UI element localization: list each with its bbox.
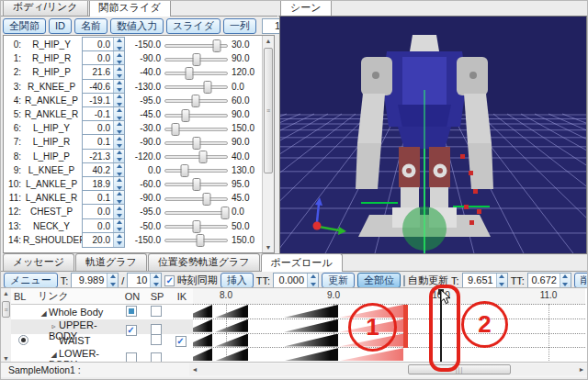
joint-slider[interactable] <box>163 150 230 162</box>
joint-value[interactable]: 21.6 <box>83 65 113 79</box>
slider-track[interactable] <box>164 183 228 186</box>
ik-checkbox[interactable] <box>175 336 187 347</box>
joint-value[interactable]: -40.6 <box>83 80 113 94</box>
spinner-arrows-icon[interactable] <box>560 274 571 287</box>
slider-handle[interactable] <box>192 220 200 233</box>
joint-value[interactable]: 0.0 <box>83 51 113 65</box>
joint-value[interactable]: 18.9 <box>83 177 113 191</box>
spinner-arrows-icon[interactable] <box>107 274 118 287</box>
sp-checkbox[interactable] <box>151 306 162 317</box>
tree-row-waist[interactable]: WAIST <box>11 334 193 349</box>
pose-panel-tab-1[interactable]: 軌道グラフ <box>75 253 147 271</box>
scene-panel-tab-0[interactable]: シーン <box>280 0 332 17</box>
joint-slider[interactable] <box>163 206 230 218</box>
joint-slider[interactable] <box>163 66 230 79</box>
joint-value[interactable]: -19.1 <box>83 94 113 107</box>
slider-handle[interactable] <box>172 123 180 136</box>
joint-toolbar-button-0[interactable]: 全関節 <box>3 18 46 34</box>
scrollbar-thumb[interactable]: ≡ <box>264 48 273 173</box>
keyframe-transition-dark[interactable] <box>193 319 212 332</box>
joint-value[interactable]: 0.1 <box>83 135 113 149</box>
slider-handle[interactable] <box>220 207 229 219</box>
time-stepper[interactable]: 9.989 <box>71 273 119 288</box>
joint-slider[interactable] <box>163 52 230 65</box>
scroll-down-icon[interactable]: ▼ <box>263 242 274 252</box>
slider-track[interactable] <box>164 44 228 48</box>
joint-toolbar-button-3[interactable]: 数値入力 <box>110 18 164 34</box>
joint-slider[interactable] <box>163 94 230 106</box>
slider-handle[interactable] <box>180 164 188 177</box>
slider-handle[interactable] <box>196 234 204 247</box>
expander-closed-icon[interactable]: ▹ <box>49 322 59 330</box>
keyframe-transition-dark[interactable] <box>284 334 338 347</box>
slider-track[interactable] <box>164 99 228 103</box>
joint-slider[interactable] <box>163 177 230 190</box>
slider-track[interactable] <box>164 114 228 117</box>
slider-handle[interactable] <box>193 178 201 191</box>
pose-panel-tab-3[interactable]: ポーズロール <box>261 253 343 272</box>
joint-value[interactable]: 0.1 <box>83 191 113 205</box>
slider-track[interactable] <box>164 58 228 61</box>
slider-track[interactable] <box>164 141 228 145</box>
joint-toolbar-button-2[interactable]: 名前 <box>74 18 107 34</box>
keyframe-transition-dark[interactable] <box>215 348 248 361</box>
scrollbar-thumb[interactable]: ≡ <box>2 301 10 318</box>
slider-track[interactable] <box>164 155 228 159</box>
slider-track[interactable] <box>164 225 228 229</box>
slider-handle[interactable] <box>182 109 190 122</box>
slider-handle[interactable] <box>191 95 199 107</box>
sp-checkbox[interactable] <box>151 324 162 335</box>
joint-toolbar-button-4[interactable]: スライダ <box>166 18 220 34</box>
slider-track[interactable] <box>164 239 228 242</box>
pose-panel-tab-0[interactable]: メッセージ <box>3 253 74 271</box>
time2-value[interactable]: 9.651 <box>463 274 496 287</box>
spinner-arrows-icon[interactable] <box>113 233 124 247</box>
bl-radio[interactable] <box>18 335 28 345</box>
keyframe-transition-dark[interactable] <box>215 305 248 318</box>
on-checkbox[interactable] <box>126 325 137 336</box>
time-value[interactable]: 9.989 <box>72 274 107 287</box>
slider-track[interactable] <box>164 128 228 131</box>
joint-panel-tab-1[interactable]: 関節スライダ <box>89 0 171 17</box>
slider-handle[interactable] <box>192 53 200 66</box>
joint-value[interactable]: 40.2 <box>83 163 113 177</box>
slider-handle[interactable] <box>192 137 200 150</box>
pose-panel-tab-2[interactable]: 位置姿勢軌道グラフ <box>148 253 260 271</box>
joint-list-scrollbar[interactable]: ▲ ≡ ▼ <box>262 36 274 252</box>
joint-slider[interactable] <box>163 80 230 93</box>
expander-open-icon[interactable]: ◢ <box>49 351 59 359</box>
joint-slider[interactable] <box>163 122 230 135</box>
joint-value-stepper[interactable]: 20.0 <box>82 232 125 248</box>
tree-row-lower-body[interactable]: ◢LOWER-BODY <box>11 348 193 363</box>
expander-open-icon[interactable]: ◢ <box>39 309 49 318</box>
tt-stepper[interactable]: 0.000 <box>273 273 319 288</box>
keyframe-transition-dark[interactable] <box>193 348 212 361</box>
slider-track[interactable] <box>164 72 228 75</box>
auto-update-checkbox[interactable] <box>403 275 405 286</box>
joint-slider[interactable] <box>163 233 230 246</box>
slider-handle[interactable] <box>185 67 193 80</box>
update-button[interactable]: 更新 <box>322 273 355 288</box>
keyframe-transition-dark[interactable] <box>215 319 248 332</box>
joint-slider[interactable] <box>163 136 230 149</box>
scrollbar-thumb[interactable]: ||| <box>408 364 511 374</box>
timeline-ruler[interactable]: 8.09.010.011.0 <box>193 288 585 305</box>
sp-checkbox[interactable] <box>151 334 162 345</box>
tree-row-whole-body[interactable]: ◢Whole Body <box>11 305 193 319</box>
tree-row-upper-body[interactable]: ▹UPPER-BODY <box>11 319 193 334</box>
selected-keyframe-bar[interactable] <box>403 305 408 348</box>
joint-slider[interactable] <box>163 108 230 121</box>
joint-value[interactable]: 0.0 <box>83 38 113 51</box>
menu-button[interactable]: メニュー <box>4 273 58 288</box>
scroll-left-icon[interactable]: ◄ <box>189 363 200 375</box>
keyframe-transition-dark[interactable] <box>284 348 338 361</box>
scroll-up-icon[interactable]: ▲ <box>263 36 274 46</box>
on-checkbox[interactable] <box>126 306 137 317</box>
joint-value[interactable]: 20.0 <box>83 233 113 247</box>
tt-value[interactable]: 0.000 <box>274 274 307 287</box>
slider-track[interactable] <box>164 211 228 215</box>
joint-toolbar-button-5[interactable]: 一列 <box>223 18 256 34</box>
joint-value[interactable]: 0.0 <box>83 121 113 135</box>
joint-slider[interactable] <box>163 192 230 205</box>
timeline-hscrollbar[interactable]: ◄ ||| ► <box>189 363 587 375</box>
